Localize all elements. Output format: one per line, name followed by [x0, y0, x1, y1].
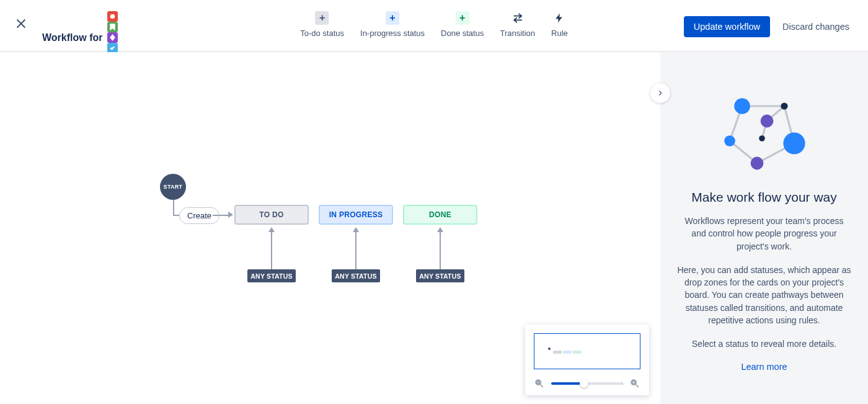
- any-status-source[interactable]: ANY STATUS: [247, 269, 296, 282]
- toolbar: + To-do status + In-progress status + Do…: [300, 11, 568, 38]
- plus-icon: +: [316, 11, 329, 25]
- connector-line: [213, 215, 230, 216]
- discard-changes-button[interactable]: Discard changes: [782, 22, 849, 32]
- toolbar-label: Rule: [551, 29, 568, 38]
- chevron-right-icon: [656, 89, 665, 97]
- zoom-in-icon: [629, 378, 640, 389]
- status-node-done[interactable]: DONE: [403, 205, 477, 225]
- panel-title: Make work flow your way: [676, 190, 852, 205]
- connector-line: [355, 232, 356, 269]
- epic-icon: [107, 32, 118, 43]
- arrow-icon: [353, 227, 359, 232]
- start-node[interactable]: START: [160, 174, 186, 200]
- zoom-out-button[interactable]: [534, 378, 545, 389]
- minimap-node: [553, 351, 562, 354]
- plus-icon: +: [386, 11, 399, 25]
- toolbar-label: To-do status: [300, 29, 344, 38]
- svg-point-13: [724, 135, 735, 146]
- status-node-inprogress[interactable]: IN PROGRESS: [319, 205, 393, 225]
- svg-point-14: [783, 132, 805, 154]
- zoom-slider-thumb[interactable]: [580, 379, 588, 388]
- toolbar-label: Done status: [441, 29, 484, 38]
- bug-icon: [107, 11, 118, 22]
- add-transition-button[interactable]: Transition: [500, 11, 535, 38]
- update-workflow-button[interactable]: Update workflow: [684, 16, 770, 37]
- zoom-in-button[interactable]: [629, 378, 640, 389]
- connector-line: [173, 200, 174, 215]
- connector-line: [271, 232, 272, 269]
- learn-more-link[interactable]: Learn more: [676, 362, 852, 372]
- toolbar-label: In-progress status: [360, 29, 425, 38]
- lightning-icon: [552, 11, 566, 25]
- details-panel: Make work flow your way Workflows repres…: [660, 52, 868, 404]
- arrow-icon: [437, 227, 443, 232]
- editor-header: Workflow for Space Cafe + To-do status +…: [0, 0, 868, 52]
- minimap-node: [563, 351, 572, 354]
- any-status-source[interactable]: ANY STATUS: [332, 269, 380, 282]
- close-button[interactable]: [11, 14, 31, 34]
- add-rule-button[interactable]: Rule: [551, 11, 568, 38]
- panel-paragraph: Select a status to reveal more details.: [676, 338, 852, 350]
- svg-point-11: [760, 115, 773, 128]
- plus-icon: +: [456, 11, 469, 25]
- add-todo-status-button[interactable]: + To-do status: [300, 11, 344, 38]
- any-status-source[interactable]: ANY STATUS: [416, 269, 464, 282]
- panel-paragraph: Here, you can add statuses, which appear…: [676, 264, 852, 326]
- svg-point-15: [750, 157, 763, 170]
- collapse-panel-button[interactable]: [650, 83, 670, 103]
- minimap-node: [548, 348, 551, 350]
- minimap-viewport[interactable]: [534, 333, 640, 369]
- workflow-illustration: [715, 89, 814, 182]
- arrow-icon: [228, 212, 233, 218]
- zoom-out-icon: [534, 378, 545, 389]
- svg-point-12: [759, 135, 765, 141]
- add-done-status-button[interactable]: + Done status: [441, 11, 484, 38]
- create-transition[interactable]: Create: [179, 207, 219, 224]
- svg-point-10: [781, 102, 787, 109]
- status-node-todo[interactable]: TO DO: [234, 205, 309, 225]
- panel-paragraph: Workflows represent your team's process …: [676, 215, 852, 253]
- svg-point-0: [111, 14, 115, 18]
- toolbar-label: Transition: [500, 29, 535, 38]
- zoom-slider[interactable]: [551, 382, 623, 385]
- minimap-node: [573, 351, 582, 354]
- story-icon: [107, 22, 118, 32]
- workflow-canvas[interactable]: START Create TO DO IN PROGRESS DONE ANY …: [0, 52, 660, 404]
- workflow-title-prefix: Workflow for: [42, 32, 102, 43]
- transition-icon: [511, 11, 525, 25]
- close-icon: [14, 17, 28, 30]
- minimap: [525, 325, 649, 395]
- add-inprogress-status-button[interactable]: + In-progress status: [360, 11, 425, 38]
- svg-point-9: [734, 98, 750, 114]
- connector-line: [440, 232, 441, 269]
- arrow-icon: [268, 227, 275, 232]
